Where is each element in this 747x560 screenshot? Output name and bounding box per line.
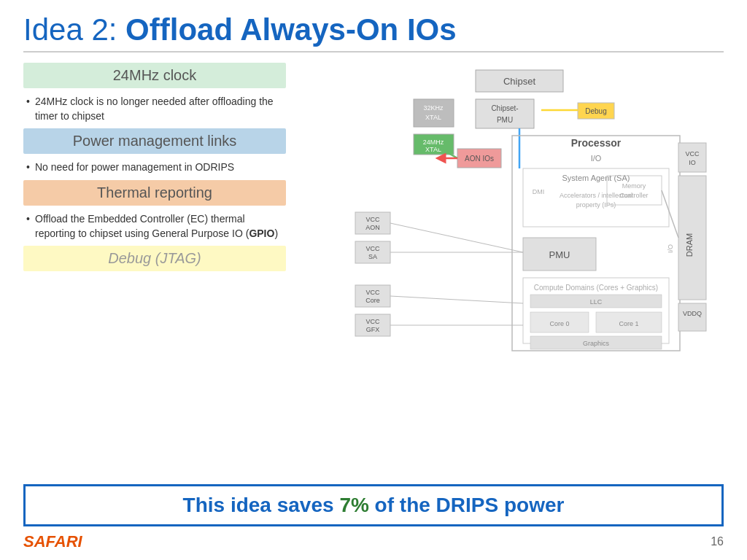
bottom-bar: This idea saves 7% of the DRIPS power bbox=[23, 484, 724, 526]
svg-text:Core 0: Core 0 bbox=[549, 320, 569, 327]
svg-text:System Agent (SA): System Agent (SA) bbox=[562, 174, 630, 182]
svg-text:I/O: I/O bbox=[591, 154, 602, 163]
right-panel: Chipset Chipset- PMU Debug 32KHz XTAL 24… bbox=[301, 63, 724, 506]
bottom-bar-highlight: 7% bbox=[339, 494, 368, 516]
svg-rect-49 bbox=[678, 303, 706, 331]
svg-text:IO: IO bbox=[689, 159, 696, 166]
svg-text:Core: Core bbox=[365, 297, 380, 304]
svg-text:VCC: VCC bbox=[685, 150, 700, 158]
svg-text:Core 1: Core 1 bbox=[619, 320, 638, 327]
title-prefix: Idea 2: bbox=[23, 12, 125, 47]
architecture-diagram: Chipset Chipset- PMU Debug 32KHz XTAL 24… bbox=[301, 63, 724, 376]
svg-rect-43 bbox=[678, 143, 706, 172]
svg-text:I/O: I/O bbox=[667, 244, 674, 253]
svg-text:DRAM: DRAM bbox=[685, 233, 694, 257]
svg-text:Chipset: Chipset bbox=[503, 76, 535, 87]
thermal-bullet-0: Offload the Embedded Controller (EC) the… bbox=[23, 210, 286, 243]
svg-text:32KHz: 32KHz bbox=[423, 104, 444, 112]
svg-text:Graphics: Graphics bbox=[583, 340, 610, 347]
power-bullet-0: No need for power management in ODRIPS bbox=[23, 158, 286, 177]
svg-text:VCC: VCC bbox=[365, 289, 380, 296]
thermal-header: Thermal reporting bbox=[23, 180, 286, 206]
left-panel: 24MHz clock 24MHz clock is no longer nee… bbox=[23, 63, 286, 506]
svg-text:Controller: Controller bbox=[619, 192, 648, 199]
svg-text:VCC: VCC bbox=[365, 245, 380, 252]
svg-text:Processor: Processor bbox=[571, 137, 622, 149]
bottom-bar-text-after: of the DRIPS power bbox=[369, 494, 565, 516]
clock-header: 24MHz clock bbox=[23, 63, 286, 88]
svg-rect-2 bbox=[476, 99, 534, 128]
title-suffix: Offload Always-On IOs bbox=[125, 12, 457, 47]
svg-text:AON IOs: AON IOs bbox=[465, 155, 494, 163]
svg-rect-7 bbox=[414, 99, 454, 127]
svg-text:LLC: LLC bbox=[590, 298, 603, 306]
safari-logo: SAFARI bbox=[23, 532, 82, 551]
power-header: Power management links bbox=[23, 128, 286, 154]
svg-text:Debug: Debug bbox=[585, 107, 606, 115]
svg-text:DMI: DMI bbox=[533, 188, 545, 195]
slide-title: Idea 2: Offload Always-On IOs bbox=[23, 13, 724, 47]
svg-text:GFX: GFX bbox=[366, 326, 380, 333]
footer: SAFARI 16 bbox=[23, 529, 724, 551]
svg-text:Chipset-: Chipset- bbox=[491, 104, 518, 112]
page-number: 16 bbox=[711, 535, 724, 548]
clock-bullet-0: 24MHz clock is no longer needed after of… bbox=[23, 93, 286, 125]
svg-line-63 bbox=[390, 223, 523, 252]
svg-text:VCC: VCC bbox=[365, 318, 380, 325]
svg-line-67 bbox=[662, 190, 678, 238]
main-content: 24MHz clock 24MHz clock is no longer nee… bbox=[23, 63, 724, 506]
svg-text:Memory: Memory bbox=[622, 182, 646, 190]
svg-text:VCC: VCC bbox=[365, 216, 380, 223]
svg-text:AON: AON bbox=[365, 224, 380, 231]
bottom-bar-text-before: This idea saves bbox=[183, 494, 340, 516]
svg-text:XTAL: XTAL bbox=[425, 114, 441, 121]
svg-text:Compute Domains (Cores + Graph: Compute Domains (Cores + Graphics) bbox=[534, 284, 658, 292]
svg-text:VDDQ: VDDQ bbox=[683, 310, 702, 317]
svg-text:PMU: PMU bbox=[549, 249, 570, 260]
debug-header: Debug (JTAG) bbox=[23, 246, 286, 271]
slide: Idea 2: Offload Always-On IOs 24MHz cloc… bbox=[0, 0, 747, 560]
svg-line-65 bbox=[390, 296, 523, 303]
svg-text:PMU: PMU bbox=[497, 116, 513, 124]
svg-text:SA: SA bbox=[368, 253, 377, 260]
title-divider bbox=[23, 51, 724, 52]
